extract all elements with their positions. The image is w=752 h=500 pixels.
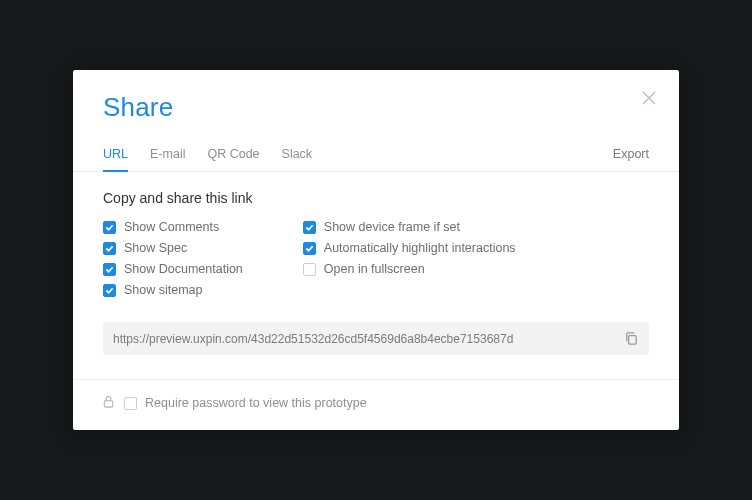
option-require-password[interactable]: Require password to view this prototype xyxy=(124,396,367,410)
checkbox-icon xyxy=(303,242,316,255)
share-modal: Share URL E-mail QR Code Slack Export Co… xyxy=(73,70,679,430)
option-show-documentation[interactable]: Show Documentation xyxy=(103,262,243,276)
option-label: Show device frame if set xyxy=(324,220,460,234)
share-url-text[interactable]: https://preview.uxpin.com/43d22d51532d26… xyxy=(113,332,614,346)
checkbox-icon xyxy=(103,242,116,255)
option-show-comments[interactable]: Show Comments xyxy=(103,220,243,234)
option-label: Require password to view this prototype xyxy=(145,396,367,410)
tabs-row: URL E-mail QR Code Slack Export xyxy=(73,139,679,172)
option-open-fullscreen[interactable]: Open in fullscreen xyxy=(303,262,516,276)
option-label: Open in fullscreen xyxy=(324,262,425,276)
option-label: Show Comments xyxy=(124,220,219,234)
option-highlight-interactions[interactable]: Automatically highlight interactions xyxy=(303,241,516,255)
options-container: Show Comments Show Spec Show Documentati… xyxy=(103,220,649,304)
close-icon xyxy=(641,90,657,106)
share-subtitle: Copy and share this link xyxy=(103,190,649,206)
tab-slack[interactable]: Slack xyxy=(282,139,313,171)
option-label: Show Documentation xyxy=(124,262,243,276)
copy-button[interactable] xyxy=(624,331,639,346)
copy-icon xyxy=(624,331,639,346)
option-show-sitemap[interactable]: Show sitemap xyxy=(103,283,243,297)
options-col-2: Show device frame if set Automatically h… xyxy=(303,220,516,304)
checkbox-icon xyxy=(303,221,316,234)
checkbox-icon xyxy=(124,397,137,410)
tabs: URL E-mail QR Code Slack xyxy=(103,139,312,171)
export-link[interactable]: Export xyxy=(613,147,649,171)
tab-email[interactable]: E-mail xyxy=(150,139,185,171)
modal-header: Share xyxy=(73,70,679,123)
share-url-row: https://preview.uxpin.com/43d22d51532d26… xyxy=(103,322,649,355)
close-button[interactable] xyxy=(641,90,657,110)
checkbox-icon xyxy=(103,284,116,297)
checkbox-icon xyxy=(103,263,116,276)
svg-rect-2 xyxy=(629,336,637,344)
modal-footer: Require password to view this prototype xyxy=(73,380,679,430)
lock-icon xyxy=(103,394,114,412)
tab-qrcode[interactable]: QR Code xyxy=(207,139,259,171)
svg-rect-3 xyxy=(104,401,112,407)
option-label: Show sitemap xyxy=(124,283,203,297)
options-col-1: Show Comments Show Spec Show Documentati… xyxy=(103,220,243,304)
option-label: Automatically highlight interactions xyxy=(324,241,516,255)
modal-title: Share xyxy=(103,92,649,123)
option-device-frame[interactable]: Show device frame if set xyxy=(303,220,516,234)
modal-body: Copy and share this link Show Comments S… xyxy=(73,172,679,379)
option-show-spec[interactable]: Show Spec xyxy=(103,241,243,255)
checkbox-icon xyxy=(303,263,316,276)
tab-url[interactable]: URL xyxy=(103,139,128,171)
checkbox-icon xyxy=(103,221,116,234)
option-label: Show Spec xyxy=(124,241,187,255)
